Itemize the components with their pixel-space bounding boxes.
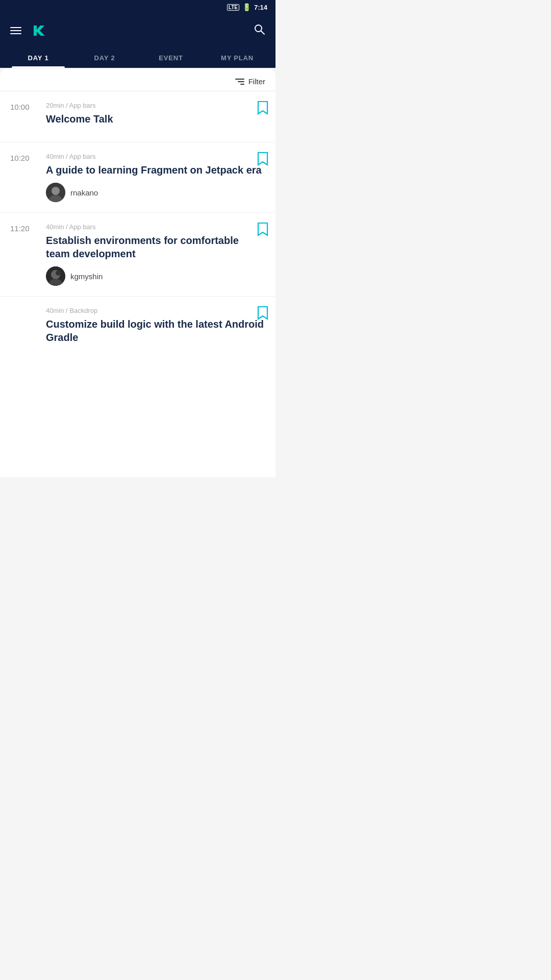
session-body: 20min / App bars Welcome Talk — [46, 102, 265, 132]
tab-event[interactable]: EVENT — [138, 47, 204, 68]
session-speaker: rnakano — [46, 183, 265, 202]
header-left — [10, 21, 48, 40]
session-meta: 20min / App bars — [46, 102, 265, 109]
app-header — [0, 14, 276, 47]
session-meta: 40min / App bars — [46, 223, 265, 231]
filter-button[interactable]: Filter — [235, 77, 265, 86]
speaker-name: rnakano — [70, 188, 98, 197]
session-item[interactable]: 10:20 40min / App bars A guide to learni… — [0, 142, 276, 213]
bookmark-button[interactable] — [257, 101, 268, 117]
session-title: Customize build logic with the latest An… — [46, 317, 265, 344]
session-time: 10:20 — [0, 153, 46, 202]
session-title: Establish environments for comfortable t… — [46, 234, 265, 260]
session-title: A guide to learning Fragment on Jetpack … — [46, 163, 265, 177]
svg-point-4 — [52, 187, 60, 195]
session-time: 11:20 — [0, 223, 46, 286]
avatar-image — [46, 266, 65, 286]
tab-day1[interactable]: DAY 1 — [5, 47, 71, 68]
filter-bar: Filter — [0, 69, 276, 91]
bookmark-button[interactable] — [257, 306, 268, 322]
avatar-image — [46, 183, 65, 202]
tab-day2[interactable]: DAY 2 — [71, 47, 138, 68]
filter-label: Filter — [248, 77, 265, 86]
menu-button[interactable] — [10, 27, 21, 34]
filter-icon — [235, 79, 244, 85]
session-time: 10:00 — [0, 102, 46, 132]
session-time — [0, 307, 46, 350]
avatar — [46, 266, 65, 286]
session-speaker: kgmyshin — [46, 266, 265, 286]
session-item[interactable]: 11:20 40min / App bars Establish environ… — [0, 213, 276, 297]
battery-icon: 🔋 — [242, 3, 251, 11]
session-meta: 40min / App bars — [46, 153, 265, 160]
clock: 7:14 — [254, 4, 267, 11]
svg-line-2 — [261, 31, 265, 35]
bookmark-button[interactable] — [257, 152, 268, 168]
bookmark-button[interactable] — [257, 222, 268, 238]
avatar — [46, 183, 65, 202]
speaker-name: kgmyshin — [70, 272, 103, 281]
status-bar: LTE 🔋 7:14 — [0, 0, 276, 14]
svg-point-8 — [56, 271, 61, 276]
content-area: Filter 10:00 20min / App bars Welcome Ta… — [0, 69, 276, 477]
session-item[interactable]: 10:00 20min / App bars Welcome Talk — [0, 91, 276, 142]
session-body: 40min / App bars A guide to learning Fra… — [46, 153, 265, 202]
tab-myplan[interactable]: MY PLAN — [204, 47, 270, 68]
session-title: Welcome Talk — [46, 112, 265, 126]
app-logo — [30, 21, 48, 40]
tab-bar: DAY 1 DAY 2 EVENT MY PLAN — [0, 47, 276, 68]
session-item[interactable]: 40min / Backdrop Customize build logic w… — [0, 297, 276, 360]
lte-indicator: LTE — [227, 4, 239, 11]
session-body: 40min / Backdrop Customize build logic w… — [46, 307, 265, 350]
session-body: 40min / App bars Establish environments … — [46, 223, 265, 286]
search-button[interactable] — [253, 23, 265, 38]
status-icons: LTE 🔋 7:14 — [227, 3, 267, 11]
session-meta: 40min / Backdrop — [46, 307, 265, 314]
